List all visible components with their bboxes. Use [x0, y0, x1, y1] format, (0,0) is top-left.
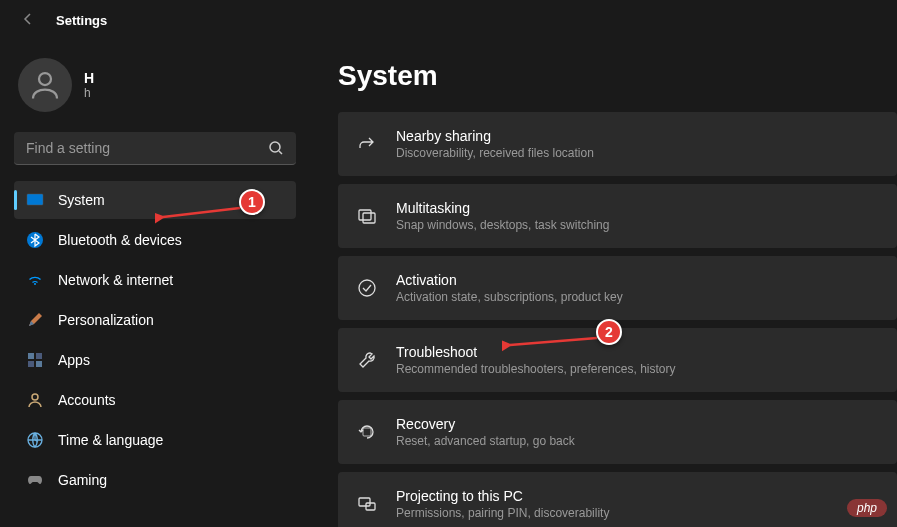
sidebar-item-label: Gaming: [58, 472, 107, 488]
sidebar-item-label: Apps: [58, 352, 90, 368]
share-icon: [356, 133, 378, 155]
card-projecting[interactable]: Projecting to this PC Permissions, pairi…: [338, 472, 897, 527]
window-title: Settings: [56, 13, 107, 28]
checkmark-circle-icon: [356, 277, 378, 299]
card-title: Troubleshoot: [396, 344, 675, 360]
sidebar-item-time[interactable]: Time & language: [14, 421, 296, 459]
svg-point-9: [32, 394, 38, 400]
sidebar-item-personalization[interactable]: Personalization: [14, 301, 296, 339]
card-sub: Permissions, pairing PIN, discoverabilit…: [396, 506, 609, 520]
svg-rect-8: [36, 361, 42, 367]
card-title: Recovery: [396, 416, 575, 432]
wifi-icon: [26, 271, 44, 289]
search-icon: [268, 140, 284, 156]
svg-rect-7: [28, 361, 34, 367]
card-sub: Activation state, subscriptions, product…: [396, 290, 623, 304]
multitasking-icon: [356, 205, 378, 227]
display-icon: [26, 191, 44, 209]
page-title: System: [338, 60, 897, 92]
sidebar-item-label: Time & language: [58, 432, 163, 448]
accounts-icon: [26, 391, 44, 409]
apps-icon: [26, 351, 44, 369]
svg-point-1: [270, 142, 280, 152]
user-block[interactable]: H h: [14, 52, 296, 118]
titlebar: Settings: [0, 0, 897, 40]
sidebar-item-label: Network & internet: [58, 272, 173, 288]
card-title: Projecting to this PC: [396, 488, 609, 504]
user-icon: [27, 67, 63, 103]
nav: System Bluetooth & devices Network & int…: [14, 181, 296, 499]
bluetooth-icon: [26, 231, 44, 249]
gamepad-icon: [26, 471, 44, 489]
svg-point-0: [39, 73, 51, 85]
user-name: H: [84, 70, 94, 86]
card-sub: Recommended troubleshooters, preferences…: [396, 362, 675, 376]
svg-rect-5: [28, 353, 34, 359]
card-multitasking[interactable]: Multitasking Snap windows, desktops, tas…: [338, 184, 897, 248]
svg-rect-6: [36, 353, 42, 359]
sidebar-item-bluetooth[interactable]: Bluetooth & devices: [14, 221, 296, 259]
sidebar-item-apps[interactable]: Apps: [14, 341, 296, 379]
card-nearby-sharing[interactable]: Nearby sharing Discoverability, received…: [338, 112, 897, 176]
svg-rect-14: [363, 428, 371, 436]
card-title: Nearby sharing: [396, 128, 594, 144]
card-troubleshoot[interactable]: Troubleshoot Recommended troubleshooters…: [338, 328, 897, 392]
card-list: Nearby sharing Discoverability, received…: [338, 112, 897, 527]
card-recovery[interactable]: Recovery Reset, advanced startup, go bac…: [338, 400, 897, 464]
card-sub: Reset, advanced startup, go back: [396, 434, 575, 448]
recovery-icon: [356, 421, 378, 443]
card-title: Multitasking: [396, 200, 609, 216]
svg-rect-15: [359, 498, 370, 506]
card-activation[interactable]: Activation Activation state, subscriptio…: [338, 256, 897, 320]
projecting-icon: [356, 493, 378, 515]
svg-rect-12: [363, 213, 375, 223]
svg-point-13: [359, 280, 375, 296]
sidebar-item-label: Personalization: [58, 312, 154, 328]
sidebar-item-accounts[interactable]: Accounts: [14, 381, 296, 419]
sidebar: H h System Bluetooth & devices: [0, 40, 310, 527]
svg-rect-2: [27, 194, 43, 205]
card-title: Activation: [396, 272, 623, 288]
user-sub: h: [84, 86, 94, 100]
svg-rect-11: [359, 210, 371, 220]
card-sub: Snap windows, desktops, task switching: [396, 218, 609, 232]
search-box[interactable]: [14, 132, 296, 165]
watermark: php: [847, 499, 887, 517]
sidebar-item-gaming[interactable]: Gaming: [14, 461, 296, 499]
clock-globe-icon: [26, 431, 44, 449]
avatar: [18, 58, 72, 112]
search-input[interactable]: [26, 140, 268, 156]
sidebar-item-label: System: [58, 192, 105, 208]
card-sub: Discoverability, received files location: [396, 146, 594, 160]
sidebar-item-network[interactable]: Network & internet: [14, 261, 296, 299]
sidebar-item-label: Bluetooth & devices: [58, 232, 182, 248]
wrench-icon: [356, 349, 378, 371]
paintbrush-icon: [26, 311, 44, 329]
back-button[interactable]: [16, 7, 40, 34]
sidebar-item-system[interactable]: System: [14, 181, 296, 219]
sidebar-item-label: Accounts: [58, 392, 116, 408]
main-content: System Nearby sharing Discoverability, r…: [310, 40, 897, 527]
back-arrow-icon: [20, 11, 36, 27]
